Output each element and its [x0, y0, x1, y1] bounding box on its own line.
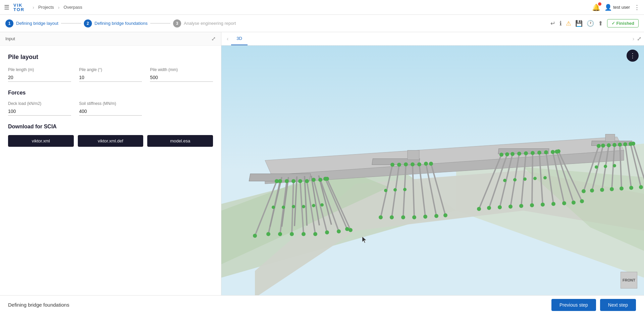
forces-spacer — [150, 101, 213, 116]
next-step-button[interactable]: Next step — [600, 299, 636, 311]
download-section: Download for SCIA viktor.xml viktor.xml.… — [8, 124, 213, 147]
svg-point-134 — [590, 189, 594, 193]
step-2[interactable]: 2 Defining bridge foundations — [84, 19, 148, 27]
tab-prev-icon[interactable]: ‹ — [224, 36, 231, 42]
logo: VIK TOR — [13, 3, 24, 12]
pile-length-input[interactable] — [8, 73, 71, 82]
svg-point-138 — [629, 186, 633, 190]
save-icon[interactable]: 💾 — [575, 20, 583, 27]
svg-point-27 — [291, 179, 296, 183]
left-panel: Input ⤢ Pile layout Pile length (m) Pile… — [0, 32, 221, 295]
viktor-xml-def-button[interactable]: viktor.xml.def — [78, 135, 144, 147]
viktor-xml-button[interactable]: viktor.xml — [8, 135, 74, 147]
svg-point-130 — [623, 142, 627, 146]
svg-rect-52 — [408, 150, 419, 160]
step-1[interactable]: 1 Defining bridge layout — [5, 19, 58, 27]
check-icon: ✓ — [611, 21, 615, 26]
notification-icon[interactable]: 🔔 — [592, 3, 600, 11]
svg-point-140 — [582, 189, 586, 193]
topbar-more-icon[interactable]: ⋮ — [634, 4, 640, 11]
svg-point-28 — [298, 179, 302, 183]
pile-angle-input[interactable] — [79, 73, 142, 82]
svg-point-94 — [544, 150, 548, 154]
soil-stiffness-field: Soil stiffness (MN/m) — [79, 101, 142, 116]
svg-point-95 — [551, 150, 555, 154]
svg-point-63 — [411, 163, 415, 167]
nav-arrow-1: › — [33, 5, 34, 10]
svg-point-29 — [305, 179, 309, 183]
svg-point-111 — [503, 179, 506, 182]
svg-point-46 — [282, 206, 285, 209]
svg-point-33 — [275, 179, 279, 183]
pile-layout-title: Pile layout — [8, 54, 213, 61]
svg-point-107 — [487, 206, 491, 210]
svg-point-35 — [266, 232, 270, 236]
upload-icon[interactable]: ⬆ — [598, 20, 603, 27]
svg-point-136 — [610, 187, 614, 191]
hamburger-icon[interactable]: ☰ — [4, 4, 9, 11]
tab-3d[interactable]: 3D — [231, 32, 248, 45]
svg-point-75 — [393, 188, 397, 192]
svg-point-127 — [607, 143, 611, 147]
svg-point-67 — [379, 215, 383, 219]
svg-point-99 — [555, 150, 559, 154]
history-icon[interactable]: 🕐 — [587, 20, 594, 27]
model-esa-button[interactable]: model.esa — [147, 135, 213, 147]
soil-stiffness-input[interactable] — [79, 107, 142, 116]
svg-point-92 — [531, 151, 535, 155]
pile-angle-label: Pile angle (°) — [79, 67, 142, 72]
svg-point-68 — [390, 215, 394, 219]
more-options-button[interactable]: ⋮ — [627, 50, 639, 62]
svg-point-49 — [312, 204, 315, 207]
svg-point-30 — [312, 178, 316, 182]
svg-point-38 — [302, 232, 306, 236]
pile-width-input[interactable] — [150, 73, 213, 82]
step-1-circle: 1 — [5, 19, 13, 27]
svg-point-144 — [613, 164, 616, 168]
svg-point-50 — [320, 203, 324, 207]
view-expand-icon[interactable]: ⤢ — [637, 36, 641, 42]
previous-step-button[interactable]: Previous step — [551, 299, 596, 311]
user-section[interactable]: 👤 test user — [604, 4, 630, 11]
forces-row: Deck load (kN/m2) Soil stiffness (MN/m) — [8, 101, 213, 116]
svg-point-26 — [285, 179, 289, 183]
svg-point-34 — [323, 177, 327, 181]
step-3[interactable]: 3 Analyse engineering report — [173, 19, 236, 27]
input-content: Pile layout Pile length (m) Pile angle (… — [0, 46, 221, 295]
deck-load-input[interactable] — [8, 107, 71, 116]
svg-point-106 — [562, 201, 566, 205]
svg-point-135 — [600, 188, 604, 192]
view-cube[interactable]: FRONT — [621, 272, 637, 289]
svg-point-70 — [412, 215, 416, 219]
right-panel: ‹ 3D › ⤢ — [221, 32, 644, 295]
svg-point-39 — [313, 232, 317, 236]
tab-next-icon[interactable]: › — [630, 36, 637, 42]
expand-icon[interactable]: ⤢ — [211, 36, 216, 42]
bridge-3d-scene — [221, 46, 644, 295]
view-tabs: ‹ 3D › ⤢ — [221, 32, 644, 46]
svg-point-137 — [620, 187, 624, 191]
svg-point-91 — [524, 151, 528, 155]
svg-point-96 — [505, 152, 509, 156]
notification-badge — [598, 2, 601, 6]
info-icon[interactable]: ℹ — [559, 20, 562, 27]
return-icon[interactable]: ↵ — [550, 20, 555, 27]
svg-point-126 — [601, 144, 605, 148]
svg-point-89 — [511, 152, 515, 156]
finished-button[interactable]: ✓ Finished — [607, 19, 639, 27]
pile-length-label: Pile length (m) — [8, 67, 71, 72]
svg-point-43 — [253, 234, 257, 238]
warning-icon[interactable]: ⚠ — [566, 20, 571, 27]
svg-point-143 — [604, 165, 607, 168]
svg-point-93 — [537, 151, 541, 155]
canvas-area: ⋮ FRONT — [221, 46, 644, 295]
nav-overpass-link[interactable]: Overpass — [64, 5, 83, 10]
svg-point-62 — [404, 163, 408, 167]
nav-projects-link[interactable]: Projects — [38, 5, 54, 10]
svg-point-100 — [498, 205, 502, 209]
user-name: test user — [613, 5, 630, 10]
footer-bar: Defining bridge foundations Previous ste… — [0, 295, 644, 314]
download-buttons: viktor.xml viktor.xml.def model.esa — [8, 135, 213, 147]
svg-point-113 — [523, 178, 527, 181]
footer-title: Defining bridge foundations — [8, 302, 69, 308]
